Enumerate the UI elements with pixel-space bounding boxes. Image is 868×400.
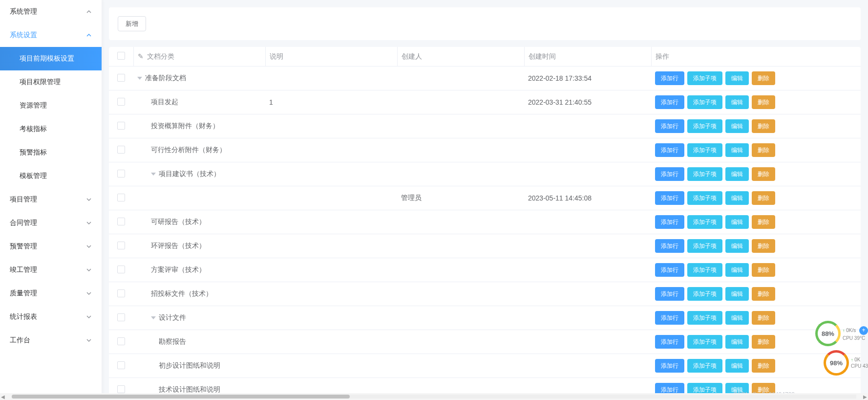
add-row-button[interactable]: 添加行 — [655, 167, 684, 181]
add-child-button[interactable]: 添加子项 — [687, 167, 722, 181]
table-row: 方案评审（技术）添加行添加子项编辑删除 — [109, 258, 861, 282]
row-checkbox[interactable] — [117, 313, 125, 321]
row-checkbox[interactable] — [117, 337, 125, 345]
menu-group[interactable]: 项目管理 — [0, 188, 102, 211]
add-child-button[interactable]: 添加子项 — [687, 239, 722, 253]
delete-button[interactable]: 删除 — [752, 143, 775, 157]
menu-item[interactable]: 项目前期模板设置 — [0, 47, 102, 70]
scroll-right-icon[interactable]: ▶ — [862, 394, 868, 400]
row-checkbox[interactable] — [117, 218, 125, 225]
add-row-button[interactable]: 添加行 — [655, 143, 684, 157]
add-row-button[interactable]: 添加行 — [655, 191, 684, 205]
row-checkbox[interactable] — [117, 146, 125, 154]
expand-caret-icon[interactable] — [151, 173, 156, 176]
row-checkbox[interactable] — [117, 385, 125, 393]
row-checkbox[interactable] — [117, 242, 125, 249]
edit-button[interactable]: 编辑 — [725, 143, 749, 157]
table-row: 环评报告（技术）添加行添加子项编辑删除 — [109, 234, 861, 258]
menu-group[interactable]: 系统设置 — [0, 23, 102, 47]
delete-button[interactable]: 删除 — [752, 311, 775, 325]
edit-button[interactable]: 编辑 — [725, 119, 749, 133]
select-all-checkbox[interactable] — [117, 52, 125, 60]
menu-group[interactable]: 预警管理 — [0, 235, 102, 258]
creator-cell — [397, 282, 524, 306]
edit-button[interactable]: 编辑 — [725, 311, 749, 325]
delete-button[interactable]: 删除 — [752, 71, 775, 85]
edit-button[interactable]: 编辑 — [725, 335, 749, 349]
delete-button[interactable]: 删除 — [752, 359, 775, 373]
add-row-button[interactable]: 添加行 — [655, 119, 684, 133]
expand-caret-icon[interactable] — [151, 316, 156, 319]
add-row-button[interactable]: 添加行 — [655, 95, 684, 109]
row-checkbox[interactable] — [117, 170, 125, 178]
edit-button[interactable]: 编辑 — [725, 71, 749, 85]
horizontal-scrollbar[interactable]: ◀ ▶ — [0, 393, 868, 400]
row-checkbox-cell — [109, 258, 133, 282]
row-checkbox[interactable] — [117, 194, 125, 201]
delete-button[interactable]: 删除 — [752, 263, 775, 277]
menu-item[interactable]: 项目权限管理 — [0, 70, 102, 94]
edit-button[interactable]: 编辑 — [725, 287, 749, 301]
add-row-button[interactable]: 添加行 — [655, 359, 684, 373]
add-row-button[interactable]: 添加行 — [655, 287, 684, 301]
add-child-button[interactable]: 添加子项 — [687, 263, 722, 277]
edit-column-icon[interactable]: ✎ — [138, 52, 144, 60]
edit-button[interactable]: 编辑 — [725, 239, 749, 253]
add-row-button[interactable]: 添加行 — [655, 335, 684, 349]
add-row-button[interactable]: 添加行 — [655, 263, 684, 277]
edit-button[interactable]: 编辑 — [725, 359, 749, 373]
menu-item[interactable]: 预警指标 — [0, 141, 102, 164]
row-checkbox[interactable] — [117, 361, 125, 369]
add-child-button[interactable]: 添加子项 — [687, 335, 722, 349]
row-checkbox[interactable] — [117, 289, 125, 297]
delete-button[interactable]: 删除 — [752, 167, 775, 181]
add-row-button[interactable]: 添加行 — [655, 239, 684, 253]
edit-button[interactable]: 编辑 — [725, 263, 749, 277]
menu-group[interactable]: 统计报表 — [0, 305, 102, 329]
menu-group[interactable]: 系统管理 — [0, 0, 102, 23]
add-child-button[interactable]: 添加子项 — [687, 215, 722, 229]
row-checkbox[interactable] — [117, 122, 125, 130]
add-child-button[interactable]: 添加子项 — [687, 71, 722, 85]
add-child-button[interactable]: 添加子项 — [687, 95, 722, 109]
menu-group[interactable]: 工作台 — [0, 329, 102, 352]
delete-button[interactable]: 删除 — [752, 119, 775, 133]
add-child-button[interactable]: 添加子项 — [687, 311, 722, 325]
delete-button[interactable]: 删除 — [752, 335, 775, 349]
add-button[interactable]: 新增 — [118, 16, 146, 31]
menu-group[interactable]: 合同管理 — [0, 211, 102, 235]
add-child-button[interactable]: 添加子项 — [687, 359, 722, 373]
add-child-button[interactable]: 添加子项 — [687, 191, 722, 205]
scroll-left-icon[interactable]: ◀ — [0, 394, 6, 400]
header-desc: 说明 — [265, 47, 397, 67]
menu-item[interactable]: 模板管理 — [0, 164, 102, 188]
row-checkbox[interactable] — [117, 98, 125, 106]
plus-icon[interactable]: + — [859, 326, 868, 335]
delete-button[interactable]: 删除 — [752, 95, 775, 109]
row-checkbox[interactable] — [117, 74, 125, 82]
add-child-button[interactable]: 添加子项 — [687, 287, 722, 301]
edit-button[interactable]: 编辑 — [725, 215, 749, 229]
scroll-thumb[interactable] — [12, 395, 350, 399]
add-child-button[interactable]: 添加子项 — [687, 143, 722, 157]
menu-group[interactable]: 竣工管理 — [0, 258, 102, 282]
expand-caret-icon[interactable] — [137, 77, 142, 80]
add-row-button[interactable]: 添加行 — [655, 311, 684, 325]
row-checkbox[interactable] — [117, 266, 125, 273]
edit-button[interactable]: 编辑 — [725, 191, 749, 205]
add-child-button[interactable]: 添加子项 — [687, 119, 722, 133]
add-row-button[interactable]: 添加行 — [655, 71, 684, 85]
edit-button[interactable]: 编辑 — [725, 95, 749, 109]
delete-button[interactable]: 删除 — [752, 215, 775, 229]
desc-cell — [265, 186, 397, 210]
menu-item[interactable]: 资源管理 — [0, 94, 102, 117]
edit-button[interactable]: 编辑 — [725, 167, 749, 181]
scroll-track[interactable] — [12, 395, 856, 399]
delete-button[interactable]: 删除 — [752, 239, 775, 253]
add-row-button[interactable]: 添加行 — [655, 215, 684, 229]
delete-button[interactable]: 删除 — [752, 191, 775, 205]
menu-group[interactable]: 质量管理 — [0, 282, 102, 305]
menu-item[interactable]: 考核指标 — [0, 117, 102, 141]
ops-cell: 添加行添加子项编辑删除 — [651, 258, 861, 282]
delete-button[interactable]: 删除 — [752, 287, 775, 301]
